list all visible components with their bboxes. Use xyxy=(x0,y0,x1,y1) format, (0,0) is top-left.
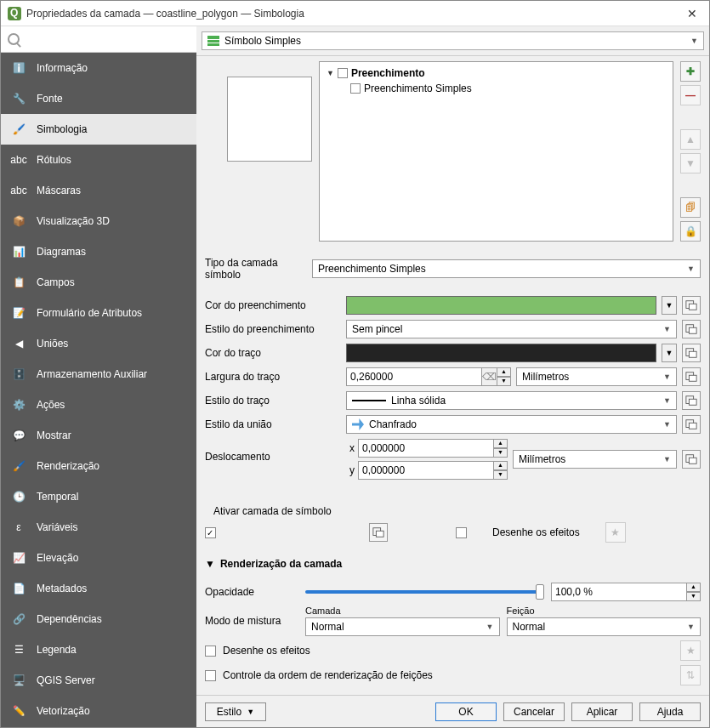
offset-y-input[interactable]: ▲▼ xyxy=(358,461,508,480)
sidebar-item-label: Formulário de Atributos xyxy=(37,307,142,319)
sidebar-item-ações[interactable]: ⚙️Ações xyxy=(1,390,196,420)
expr-button[interactable] xyxy=(682,391,701,410)
svg-rect-5 xyxy=(689,351,696,357)
checkbox[interactable] xyxy=(338,68,348,78)
help-button[interactable]: Ajuda xyxy=(639,702,701,721)
control-order-settings[interactable]: ⇅ xyxy=(680,665,701,685)
move-down-button[interactable]: ▼ xyxy=(680,153,701,173)
duplicate-layer-button[interactable]: 🗐 xyxy=(680,197,701,218)
sidebar-item-mostrar[interactable]: 💬Mostrar xyxy=(1,420,196,451)
stroke-width-field[interactable] xyxy=(346,367,482,386)
sidebar-item-metadados[interactable]: 📄Metadados xyxy=(1,573,196,604)
effects-settings-button[interactable]: ★ xyxy=(605,522,626,543)
expr-button[interactable] xyxy=(682,296,701,315)
render-effects-settings[interactable]: ★ xyxy=(680,640,701,661)
ok-button[interactable]: OK xyxy=(435,702,497,721)
opacity-field[interactable] xyxy=(551,583,687,601)
symbol-tree[interactable]: ▼ Preenchimento Preenchimento Simples xyxy=(319,61,673,242)
spin-down[interactable]: ▼ xyxy=(494,448,508,458)
sidebar-item-variáveis[interactable]: εVariáveis xyxy=(1,512,196,543)
sidebar-item-qgis-server[interactable]: 🖥️QGIS Server xyxy=(1,665,196,696)
sidebar-item-renderização[interactable]: 🖌️Renderização xyxy=(1,451,196,481)
sidebar-item-vetorização[interactable]: ✏️Vetorização xyxy=(1,696,196,726)
remove-layer-button[interactable]: — xyxy=(680,85,701,105)
feature-blend-combo[interactable]: Normal ▼ xyxy=(507,617,701,636)
expr-button[interactable] xyxy=(682,320,701,338)
sidebar-item-máscaras[interactable]: abcMáscaras xyxy=(1,175,196,206)
spin-down[interactable]: ▼ xyxy=(687,592,701,601)
type-label: Tipo da camada símbolo xyxy=(205,257,307,281)
spin-up[interactable]: ▲ xyxy=(497,367,511,377)
expand-icon[interactable]: ▼ xyxy=(327,69,334,77)
stroke-color-swatch[interactable] xyxy=(346,344,656,362)
clear-icon[interactable]: ⌫ xyxy=(482,367,497,386)
sidebar-item-rótulos[interactable]: abcRótulos xyxy=(1,145,196,175)
tree-root[interactable]: ▼ Preenchimento xyxy=(323,65,669,81)
stroke-style-combo[interactable]: Linha sólida ▼ xyxy=(346,391,677,410)
expr-button[interactable] xyxy=(682,415,701,434)
spin-down[interactable]: ▼ xyxy=(494,470,508,480)
opacity-slider[interactable] xyxy=(305,584,544,600)
join-icon xyxy=(352,418,364,430)
nav-icon: 🖥️ xyxy=(9,671,28,690)
sidebar-item-elevação[interactable]: 📈Elevação xyxy=(1,543,196,573)
stroke-color-menu[interactable]: ▼ xyxy=(662,344,677,362)
sidebar-item-dependências[interactable]: 🔗Dependências xyxy=(1,604,196,634)
offset-unit-combo[interactable]: Milímetros ▼ xyxy=(513,450,677,469)
search-input[interactable] xyxy=(20,30,193,48)
layer-blend-combo[interactable]: Normal ▼ xyxy=(305,617,500,636)
nav-list[interactable]: ℹ️Informação🔧Fonte🖌️SimbologiaabcRótulos… xyxy=(1,53,196,727)
spin-up[interactable]: ▲ xyxy=(687,583,701,592)
cancel-button[interactable]: Cancelar xyxy=(503,702,565,721)
offset-x-field[interactable] xyxy=(358,439,494,458)
draw-effects-checkbox[interactable] xyxy=(456,527,467,538)
line-style-icon xyxy=(352,400,386,401)
apply-button[interactable]: Aplicar xyxy=(571,702,633,721)
sidebar-item-fonte[interactable]: 🔧Fonte xyxy=(1,83,196,114)
sidebar-item-campos[interactable]: 📋Campos xyxy=(1,267,196,298)
fill-style-combo[interactable]: Sem pincel ▼ xyxy=(346,320,677,338)
stroke-width-unit-combo[interactable]: Milímetros ▼ xyxy=(516,367,677,386)
enable-layer-checkbox[interactable] xyxy=(205,527,216,538)
collapse-icon: ▼ xyxy=(205,558,215,570)
close-icon[interactable]: ✕ xyxy=(682,7,702,20)
search-box[interactable] xyxy=(1,26,196,53)
sidebar-item-formulário-de-atributos[interactable]: 📝Formulário de Atributos xyxy=(1,298,196,328)
sidebar-item-informação[interactable]: ℹ️Informação xyxy=(1,53,196,83)
renderer-type-combo[interactable]: Símbolo Simples ▼ xyxy=(202,31,704,50)
sidebar-item-uniões[interactable]: ◀Uniões xyxy=(1,328,196,359)
control-order-checkbox[interactable] xyxy=(205,670,216,681)
style-button[interactable]: Estilo ▼ xyxy=(205,702,266,721)
nav-icon: 📋 xyxy=(9,273,28,292)
sidebar-item-temporal[interactable]: 🕒Temporal xyxy=(1,481,196,512)
symbol-layer-type-combo[interactable]: Preenchimento Simples ▼ xyxy=(312,259,701,278)
svg-rect-9 xyxy=(689,399,696,405)
fill-color-swatch[interactable] xyxy=(346,296,656,315)
expr-button[interactable] xyxy=(682,344,701,362)
sidebar-item-visualização-3d[interactable]: 📦Visualização 3D xyxy=(1,206,196,236)
rendering-section-header[interactable]: ▼ Renderização da camada xyxy=(196,553,709,575)
expr-button[interactable] xyxy=(682,367,701,386)
render-effects-checkbox[interactable] xyxy=(205,646,216,657)
tree-child[interactable]: Preenchimento Simples xyxy=(347,81,669,96)
spin-up[interactable]: ▲ xyxy=(494,461,508,470)
sidebar-item-armazenamento-auxiliar[interactable]: 🗄️Armazenamento Auxiliar xyxy=(1,359,196,390)
fill-color-menu[interactable]: ▼ xyxy=(662,296,677,315)
offset-x-input[interactable]: ▲▼ xyxy=(358,439,508,458)
checkbox[interactable] xyxy=(350,83,361,94)
opacity-input[interactable]: ▲▼ xyxy=(551,583,701,601)
spin-down[interactable]: ▼ xyxy=(497,377,511,386)
join-style-combo[interactable]: Chanfrado ▼ xyxy=(346,415,677,434)
expr-button[interactable] xyxy=(369,523,388,542)
spin-up[interactable]: ▲ xyxy=(494,439,508,448)
expr-button[interactable] xyxy=(682,450,701,469)
lock-button[interactable]: 🔒 xyxy=(680,221,701,242)
stroke-width-input[interactable]: ⌫ ▲▼ xyxy=(346,367,511,386)
add-layer-button[interactable]: ✚ xyxy=(680,61,701,82)
sidebar-item-legenda[interactable]: ☰Legenda xyxy=(1,634,196,665)
sidebar-item-simbologia[interactable]: 🖌️Simbologia xyxy=(1,114,196,145)
move-up-button[interactable]: ▲ xyxy=(680,129,701,150)
offset-y-field[interactable] xyxy=(358,461,494,480)
slider-thumb[interactable] xyxy=(536,584,544,600)
sidebar-item-diagramas[interactable]: 📊Diagramas xyxy=(1,236,196,267)
